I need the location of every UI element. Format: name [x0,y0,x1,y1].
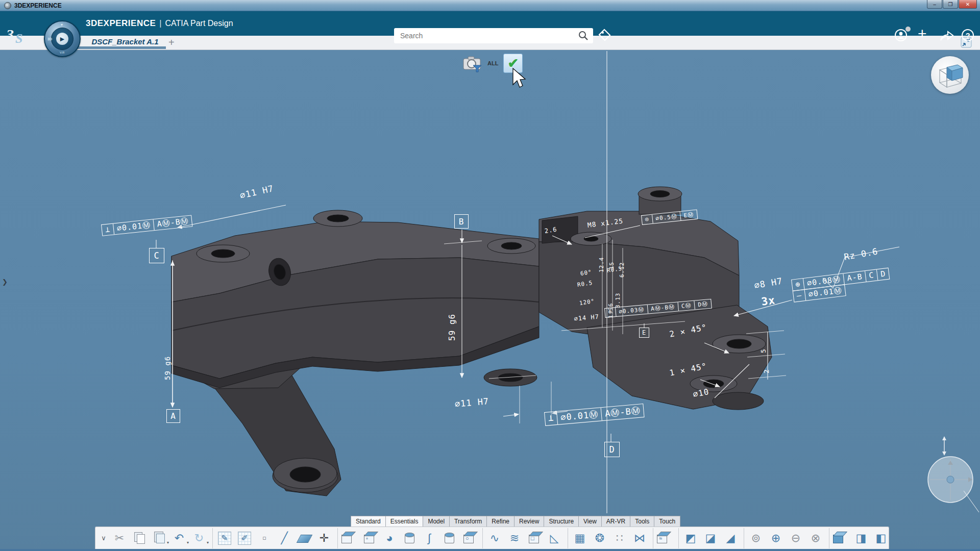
view-cube[interactable] [931,56,969,94]
datum-a[interactable]: A [166,409,180,423]
compass-vr-label: V.R [60,51,64,54]
draft-icon[interactable]: ◺ [545,528,564,548]
compass-3d-label: 3D [47,37,52,41]
window-border [0,549,980,551]
close-button[interactable]: ✕ [959,0,977,9]
add-content-icon[interactable]: + [918,27,927,40]
intersect-boolean-icon[interactable]: ⊗ [806,528,825,548]
brand-name: 3DEXPERIENCE [86,18,156,29]
tab-view[interactable]: View [578,516,602,527]
dim-2[interactable]: 2 [763,369,770,373]
camera-filter-icon[interactable] [462,54,483,72]
brand-divider: | [159,19,161,28]
sweep-surface-icon[interactable]: ≋ [505,528,524,548]
tag-icon[interactable] [598,29,611,42]
tab-tools[interactable]: Tools [630,516,654,527]
shell-icon[interactable]: □ [525,528,544,548]
cut-icon[interactable]: ✂ [110,528,129,548]
search-icon[interactable] [578,30,589,41]
all-label: ALL [487,60,498,66]
viewport-3d[interactable] [0,50,980,551]
shaft-icon[interactable]: ◕ [380,528,399,548]
share-icon[interactable] [939,29,954,41]
window-title: 3DEXPERIENCE [14,2,62,9]
rib-icon[interactable]: ∫ [420,528,438,548]
circular-pattern-icon[interactable]: ❂ [591,528,609,548]
validate-check-button[interactable]: ✔ [503,54,523,73]
rect-pattern-icon[interactable]: ▦ [568,528,589,548]
play-icon[interactable]: ▶ [56,33,68,45]
mirror-icon[interactable]: ⋈ [630,528,649,548]
view-cube-icon [931,56,969,94]
offset-surface-icon[interactable]: ∿ [482,528,504,548]
undo-icon[interactable]: ↶ ▾ [170,528,188,548]
action-bar-toolbar: ∨ ✂ ▾ ↶ ▾ ↻ ▾ ✎ ✐ [95,527,889,549]
help-icon[interactable]: ? [962,29,974,41]
update-icon[interactable]: ↻ ▾ [190,528,208,548]
add-boolean-icon[interactable]: ⊕ [767,528,785,548]
tab-structure[interactable]: Structure [544,516,579,527]
split-icon[interactable]: ≈ [653,528,674,548]
thickness-icon[interactable]: ◩ [678,528,700,548]
user-pattern-icon[interactable]: ∷ [610,528,629,548]
3ds-logo: 3 S [5,23,31,46]
datum-e[interactable]: E [639,328,649,338]
app-title: 3DEXPERIENCE | CATIA Part Design [86,11,233,36]
close-surface-icon[interactable] [829,528,850,548]
action-bar-tabs: StandardEssentialsModelTransformRefineRe… [351,516,680,527]
sew-surface-icon[interactable]: ◨ [852,528,870,548]
point-icon[interactable]: ▫ [255,528,274,548]
dim-12-4[interactable]: 12.4 [598,257,605,273]
pad-icon[interactable] [337,528,359,548]
dim-5[interactable]: 5 [760,348,767,353]
new-tab-button[interactable]: + [168,37,175,48]
multi-pad-icon[interactable] [440,528,458,548]
pocket-icon[interactable]: ▫ [360,528,379,548]
datum-d[interactable]: D [604,442,620,457]
thick-surface-icon[interactable]: ◧ [872,528,890,548]
tab-ar-vr[interactable]: AR-VR [601,516,630,527]
axis-system-icon[interactable]: ✛ [315,528,333,548]
tab-standard[interactable]: Standard [351,516,386,527]
compass-top-marker: ▾ [61,22,63,27]
remove-boolean-icon[interactable]: ⊖ [787,528,805,548]
geo-symbol: ⊥ [102,224,114,236]
search-input[interactable] [394,32,578,40]
compass-widget[interactable]: ▾ ▶ 3D V.R [44,20,81,57]
capture-bar: ALL ✔ [462,54,523,73]
status-dot [905,27,911,32]
minimize-button[interactable]: – [927,0,942,9]
wedge-icon[interactable]: ◢ [721,528,740,548]
tab-touch[interactable]: Touch [654,516,680,527]
tab-review[interactable]: Review [514,516,544,527]
tab-model[interactable]: Model [423,516,450,527]
chamfer-icon[interactable]: ◪ [701,528,720,548]
sketch-in-context-icon[interactable]: ✐ [235,528,254,548]
svg-text:S: S [15,31,22,46]
count-3x[interactable]: 3x [761,294,776,308]
groove-icon[interactable] [400,528,419,548]
hole-icon[interactable]: ○ [460,528,478,548]
dim-59g6-center[interactable]: 59 g6 [447,314,457,341]
toolbar-collapse-icon[interactable]: ∨ [99,528,109,548]
paste-icon[interactable]: ▾ [150,528,168,548]
tab-refine[interactable]: Refine [486,516,514,527]
copy-icon[interactable] [130,528,149,548]
line-icon[interactable]: ╱ [275,528,293,548]
plane-icon[interactable] [295,528,313,548]
assemble-boolean-icon[interactable]: ⊚ [744,528,765,548]
window-titlebar: 3DEXPERIENCE – ❐ ✕ [0,0,980,11]
search-bar[interactable] [394,28,593,43]
panel-expander-arrow[interactable]: ❯ [2,278,8,286]
tab-transform[interactable]: Transform [449,516,487,527]
dim-3-13[interactable]: 3.13 [615,293,621,309]
dim-59g6-left[interactable]: 59 g6 [163,356,172,380]
datum-c[interactable]: C [149,248,164,263]
app-window-icon [4,2,11,9]
datum-b[interactable]: B [454,214,469,229]
app-name: CATIA Part Design [165,19,233,28]
positioned-sketch-icon[interactable]: ✎ [212,528,234,548]
maximize-button[interactable]: ❐ [943,0,958,9]
app-header: 3 S ▾ ▶ 3D V.R 3DEXPERIENCE | CATIA Part… [0,11,980,36]
tab-essentials[interactable]: Essentials [385,516,424,527]
